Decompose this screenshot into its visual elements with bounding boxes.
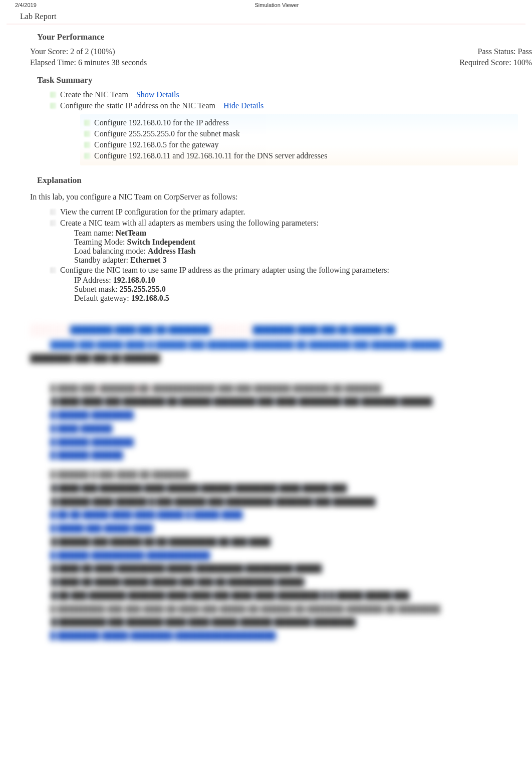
check-icon <box>84 142 90 148</box>
mask-label: Subnet mask: <box>74 285 120 293</box>
check-icon <box>50 92 56 98</box>
performance-heading: Your Performance <box>30 25 532 46</box>
show-details-link[interactable]: Show Details <box>136 90 179 99</box>
explanation-item: Create a NIC team with all adapters as m… <box>30 218 532 229</box>
bullet-icon <box>50 220 56 226</box>
task-label: Create the NIC Team <box>60 90 128 99</box>
detail-text: Configure 192.168.0.10 for the IP addres… <box>94 118 229 127</box>
explanation-heading: Explanation <box>30 168 532 189</box>
detail-row: Configure 192.168.0.10 for the IP addres… <box>84 117 514 128</box>
time-row: Elapsed Time: 6 minutes 38 seconds Requi… <box>30 57 532 68</box>
explanation-text: Create a NIC team with all adapters as m… <box>60 219 319 228</box>
detail-text: Configure 255.255.255.0 for the subnet m… <box>94 129 240 138</box>
check-icon <box>50 103 56 109</box>
task-item: Create the NIC Team Show Details <box>30 89 532 100</box>
score-value: 2 of 2 (100%) <box>70 47 115 56</box>
detail-row: Configure 192.168.0.11 and 192.168.10.11… <box>84 150 514 161</box>
task-label: Configure the static IP address on the N… <box>60 101 215 110</box>
ip-value: 192.168.0.10 <box>113 276 155 284</box>
elapsed-label: Elapsed Time: <box>30 58 78 67</box>
explanation-subitem: Teaming Mode: Switch Independent <box>30 238 532 247</box>
explanation-subitem: Standby adapter: Ethernet 3 <box>30 256 532 265</box>
mask-value: 255.255.255.0 <box>120 285 166 293</box>
explanation-subitem: IP Address: 192.168.0.10 <box>30 276 532 285</box>
teaming-mode-value: Switch Independent <box>127 238 195 246</box>
task-summary-heading: Task Summary <box>30 68 532 89</box>
explanation-subitem: Load balancing mode: Address Hash <box>30 247 532 256</box>
explanation-subitem: Team name: NetTeam <box>30 229 532 238</box>
elapsed-value: 6 minutes 38 seconds <box>78 58 147 67</box>
ip-label: IP Address: <box>74 276 113 284</box>
explanation-item: View the current IP configuration for th… <box>30 207 532 218</box>
required-label: Required Score: <box>459 58 513 67</box>
lb-mode-label: Load balancing mode: <box>74 247 148 255</box>
page-meta-header: 2/4/2019 Simulation Viewer <box>0 0 532 9</box>
required-value: 100% <box>513 58 532 67</box>
obscured-steps: █ ████ ███ ███████ ██ ████████████ ███ █… <box>0 376 532 653</box>
task-details-box: Configure 192.168.0.10 for the IP addres… <box>80 114 518 165</box>
team-name-label: Team name: <box>74 229 115 237</box>
explanation-intro: In this lab, you configure a NIC Team on… <box>30 189 532 207</box>
standby-label: Standby adapter: <box>74 256 130 264</box>
detail-text: Configure 192.168.0.11 and 192.168.10.11… <box>94 151 327 160</box>
report-title: Lab Report <box>0 9 532 22</box>
check-icon <box>84 120 90 126</box>
check-icon <box>84 153 90 159</box>
teaming-mode-label: Teaming Mode: <box>74 238 127 246</box>
explanation-text: View the current IP configuration for th… <box>60 208 245 217</box>
pass-status-label: Pass Status: <box>478 47 518 56</box>
explanation-item: Configure the NIC team to use same IP ad… <box>30 265 532 276</box>
detail-row: Configure 255.255.255.0 for the subnet m… <box>84 128 514 139</box>
pass-status-value: Pass <box>518 47 532 56</box>
explanation-subitem: Default gateway: 192.168.0.5 <box>30 294 532 303</box>
explanation-text: Configure the NIC team to use same IP ad… <box>60 266 389 275</box>
team-name-value: NetTeam <box>115 229 146 237</box>
explanation-subitem: Subnet mask: 255.255.255.0 <box>30 285 532 294</box>
page-date: 2/4/2019 <box>15 2 37 8</box>
lb-mode-value: Address Hash <box>148 247 195 255</box>
gw-value: 192.168.0.5 <box>131 294 169 302</box>
bullet-icon <box>50 209 56 215</box>
check-icon <box>84 131 90 137</box>
detail-text: Configure 192.168.0.5 for the gateway <box>94 140 218 149</box>
page-app-title: Simulation Viewer <box>37 2 517 8</box>
standby-value: Ethernet 3 <box>130 256 166 264</box>
detail-row: Configure 192.168.0.5 for the gateway <box>84 139 514 150</box>
obscured-content: ████████ ████ ███ ██ ████████ ████████ █… <box>0 303 532 376</box>
gw-label: Default gateway: <box>74 294 131 302</box>
hide-details-link[interactable]: Hide Details <box>223 101 263 110</box>
score-label: Your Score: <box>30 47 70 56</box>
score-row: Your Score: 2 of 2 (100%) Pass Status: P… <box>30 46 532 57</box>
report-body: Your Performance Your Score: 2 of 2 (100… <box>0 25 532 303</box>
bullet-icon <box>50 267 56 273</box>
task-item: Configure the static IP address on the N… <box>30 100 532 111</box>
